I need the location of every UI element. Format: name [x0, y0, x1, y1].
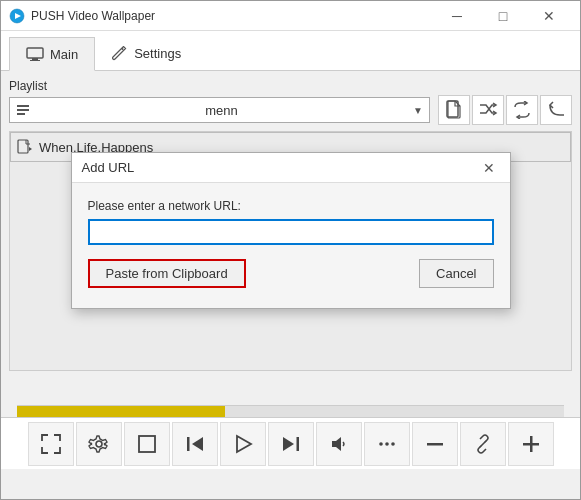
playlist-label-row: Playlist [9, 79, 572, 93]
svg-rect-13 [139, 436, 155, 452]
settings-button[interactable] [76, 422, 122, 466]
play-icon [232, 433, 254, 455]
minimize-button[interactable]: ─ [434, 1, 480, 31]
tab-settings-label: Settings [134, 46, 181, 61]
paste-from-clipboard-button[interactable]: Paste from Clipboard [88, 259, 246, 288]
stop-icon [136, 433, 158, 455]
prev-icon [184, 433, 206, 455]
volume-button[interactable] [316, 422, 362, 466]
svg-marker-19 [332, 437, 341, 451]
more-button[interactable] [364, 422, 410, 466]
wrench-icon [112, 46, 128, 62]
tab-main[interactable]: Main [9, 37, 95, 71]
tab-settings[interactable]: Settings [95, 36, 198, 70]
svg-rect-6 [17, 105, 29, 107]
svg-point-21 [385, 442, 389, 446]
play-button[interactable] [220, 422, 266, 466]
svg-line-24 [480, 441, 486, 447]
dialog-buttons: Paste from Clipboard Cancel [88, 259, 494, 288]
app-icon [9, 8, 25, 24]
dialog-body: Please enter a network URL: Paste from C… [72, 183, 510, 308]
progress-fill [17, 406, 225, 417]
prev-button[interactable] [172, 422, 218, 466]
link-button[interactable] [460, 422, 506, 466]
add-url-dialog: Add URL ✕ Please enter a network URL: Pa… [71, 152, 511, 309]
svg-rect-26 [530, 436, 533, 452]
svg-point-22 [391, 442, 395, 446]
toolbar-icons [438, 95, 572, 125]
minus-icon [424, 433, 446, 455]
next-icon [280, 433, 302, 455]
url-input-label: Please enter a network URL: [88, 199, 494, 213]
undo-button[interactable] [540, 95, 572, 125]
dialog-overlay: Add URL ✕ Please enter a network URL: Pa… [10, 132, 571, 370]
tab-bar: Main Settings [1, 31, 580, 71]
svg-point-5 [122, 48, 124, 50]
playlist-icon [16, 103, 30, 117]
maximize-button[interactable]: □ [480, 1, 526, 31]
close-button[interactable]: ✕ [526, 1, 572, 31]
progress-area-wrapper [1, 399, 580, 417]
undo-icon [546, 101, 566, 119]
svg-marker-15 [192, 437, 203, 451]
plus-icon [520, 433, 542, 455]
playlist-label: Playlist [9, 79, 47, 93]
svg-rect-7 [17, 109, 29, 111]
volume-icon [328, 433, 350, 455]
cancel-button[interactable]: Cancel [419, 259, 493, 288]
svg-rect-8 [17, 113, 25, 115]
monitor-icon [26, 47, 44, 61]
dialog-close-button[interactable]: ✕ [478, 157, 500, 179]
dialog-title-bar: Add URL ✕ [72, 153, 510, 183]
title-bar-left: PUSH Video Wallpaper [9, 8, 155, 24]
toolbar-row: menn ▼ [9, 95, 572, 125]
stop-button[interactable] [124, 422, 170, 466]
content-section: When.Life.Happens Add URL ✕ Please enter… [9, 131, 572, 371]
svg-point-12 [96, 441, 102, 447]
next-button[interactable] [268, 422, 314, 466]
svg-rect-14 [187, 437, 190, 451]
add-file-button[interactable] [438, 95, 470, 125]
app-window: PUSH Video Wallpaper ─ □ ✕ Main Settings [0, 0, 581, 500]
expand-icon [40, 433, 62, 455]
svg-rect-2 [27, 48, 43, 58]
tab-main-label: Main [50, 47, 78, 62]
svg-marker-18 [283, 437, 294, 451]
playlist-value: menn [205, 103, 238, 118]
link-icon [472, 433, 494, 455]
url-input[interactable] [88, 219, 494, 245]
gear-icon [88, 433, 110, 455]
shuffle-icon [478, 101, 498, 119]
svg-rect-3 [32, 58, 38, 60]
svg-marker-16 [237, 436, 251, 452]
svg-rect-9 [447, 101, 458, 117]
playlist-select[interactable]: menn ▼ [9, 97, 430, 123]
title-bar: PUSH Video Wallpaper ─ □ ✕ [1, 1, 580, 31]
title-controls: ─ □ ✕ [434, 1, 572, 31]
expand-button[interactable] [28, 422, 74, 466]
svg-point-20 [379, 442, 383, 446]
svg-rect-4 [30, 60, 40, 61]
document-icon [445, 100, 463, 120]
plus-button[interactable] [508, 422, 554, 466]
progress-bar-track[interactable] [17, 405, 564, 417]
bottom-toolbar [1, 417, 580, 469]
app-title: PUSH Video Wallpaper [31, 9, 155, 23]
dropdown-arrow: ▼ [413, 105, 423, 116]
svg-rect-23 [427, 443, 443, 446]
loop-icon [512, 101, 532, 119]
loop-button[interactable] [506, 95, 538, 125]
svg-rect-17 [296, 437, 299, 451]
minus-button[interactable] [412, 422, 458, 466]
shuffle-button[interactable] [472, 95, 504, 125]
dialog-title: Add URL [82, 160, 135, 175]
more-icon [376, 433, 398, 455]
main-panel: Playlist menn ▼ [1, 71, 580, 399]
